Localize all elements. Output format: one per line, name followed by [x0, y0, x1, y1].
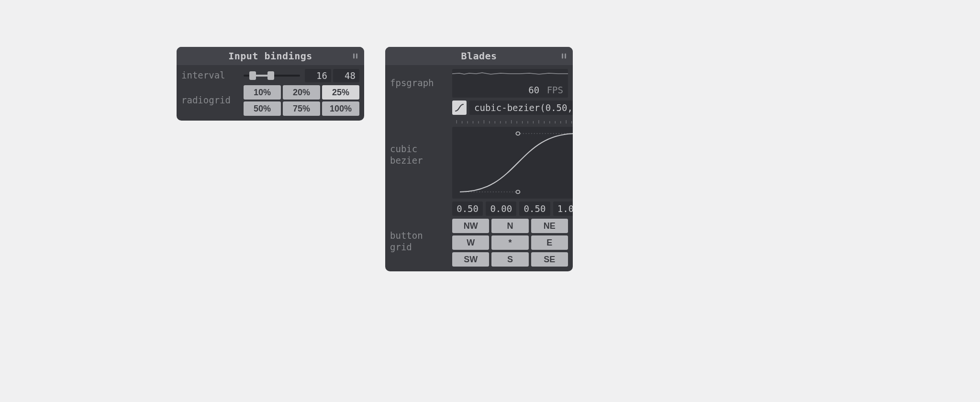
bezier-value-2[interactable]: 0.50	[519, 201, 550, 216]
grid-button-nw[interactable]: NW	[452, 219, 489, 233]
bezier-ticks	[452, 119, 573, 124]
bezier-value-0[interactable]: 0.50	[452, 201, 483, 216]
grid-button-n[interactable]: N	[491, 219, 528, 233]
panel-collapse-toggle[interactable]	[353, 54, 357, 59]
bezier-value-3[interactable]: 1.00	[553, 201, 573, 216]
radiogrid-option[interactable]: 100%	[322, 101, 359, 116]
buttongrid-label: button grid	[390, 219, 452, 253]
fpsgraph-display: 60 FPS	[452, 69, 568, 98]
interval-label: interval	[181, 70, 244, 81]
bezier-value-1[interactable]: 0.00	[486, 201, 516, 216]
radiogrid-option[interactable]: 20%	[283, 85, 320, 100]
radiogrid-option[interactable]: 10%	[244, 85, 281, 100]
panel-header: Blades	[385, 47, 573, 65]
fps-value: 60	[528, 85, 539, 95]
svg-point-26	[516, 132, 520, 135]
grid-button-sw[interactable]: SW	[452, 252, 489, 267]
bezier-preview-icon[interactable]	[452, 100, 467, 115]
grid-button-center[interactable]: *	[491, 235, 528, 250]
grid-button-se[interactable]: SE	[531, 252, 568, 267]
panel-collapse-toggle[interactable]	[562, 54, 566, 59]
grid-button-s[interactable]: S	[491, 252, 528, 267]
panel-title: Blades	[461, 50, 497, 62]
input-bindings-panel: Input bindings interval 16 48 radiogrid …	[177, 47, 364, 121]
bezier-graph[interactable]	[452, 127, 573, 199]
blades-panel: Blades fpsgraph 60 FPS cubic bezier	[385, 47, 573, 271]
grid-button-w[interactable]: W	[452, 235, 489, 250]
button-grid: NWNNEW*ESWSSE	[452, 219, 568, 267]
panel-header: Input bindings	[177, 47, 364, 65]
radiogrid-option[interactable]: 25%	[322, 85, 359, 100]
radiogrid-label: radiogrid	[181, 85, 244, 106]
fps-unit: FPS	[547, 85, 563, 95]
radiogrid-option[interactable]: 75%	[283, 101, 320, 116]
bezier-label: cubic bezier	[390, 100, 452, 167]
grid-button-e[interactable]: E	[531, 235, 568, 250]
panel-title: Input bindings	[228, 50, 312, 62]
grid-button-ne[interactable]: NE	[531, 219, 568, 233]
radiogrid: 10%20%25%50%75%100%	[244, 85, 359, 116]
bezier-text-input[interactable]: cubic-bezier(0.50, 0	[469, 100, 573, 115]
interval-slider[interactable]	[244, 69, 300, 82]
interval-hi-input[interactable]: 48	[333, 69, 359, 82]
fpsgraph-label: fpsgraph	[390, 69, 452, 89]
radiogrid-option[interactable]: 50%	[244, 101, 281, 116]
svg-point-25	[516, 190, 520, 194]
interval-lo-input[interactable]: 16	[305, 69, 331, 82]
